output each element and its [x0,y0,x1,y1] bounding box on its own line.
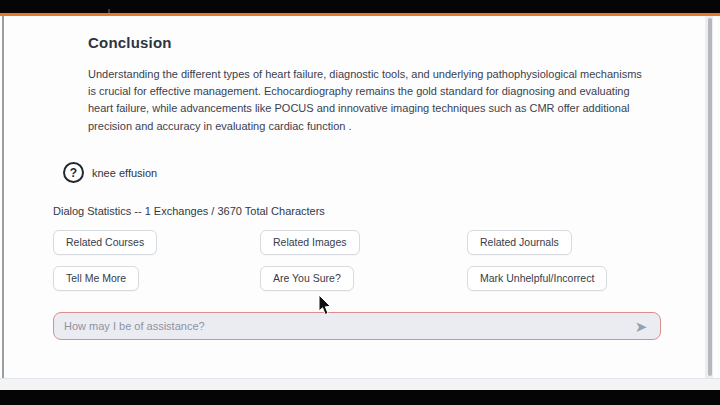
related-courses-button[interactable]: Related Courses [53,230,157,255]
user-query-text: knee effusion [92,167,157,179]
chat-content-area: Conclusion Understanding the different t… [0,16,720,378]
send-arrow-icon[interactable]: ➤ [630,313,660,339]
conclusion-paragraph: Understanding the different types of hea… [88,66,645,135]
conclusion-heading: Conclusion [88,34,172,51]
left-window-border [2,16,4,378]
dialog-statistics: Dialog Statistics -- 1 Exchanges / 3670 … [53,205,325,217]
user-query-row: ? knee effusion [63,162,157,183]
are-you-sure-button[interactable]: Are You Sure? [260,266,354,291]
question-mark-circle-icon: ? [63,162,84,183]
bottom-letterbox-bar [0,390,720,405]
tell-me-more-button[interactable]: Tell Me More [53,266,139,291]
bottom-gray-strip [0,378,720,390]
mark-unhelpful-incorrect-button[interactable]: Mark Unhelpful/Incorrect [467,266,607,291]
related-journals-button[interactable]: Related Journals [467,230,572,255]
action-button-grid: Related Courses Related Images Related J… [53,230,674,291]
related-images-button[interactable]: Related Images [260,230,360,255]
assistance-input-container: ➤ [53,312,661,340]
scrollbar-thumb[interactable] [708,18,712,376]
assistance-input[interactable] [54,313,630,339]
